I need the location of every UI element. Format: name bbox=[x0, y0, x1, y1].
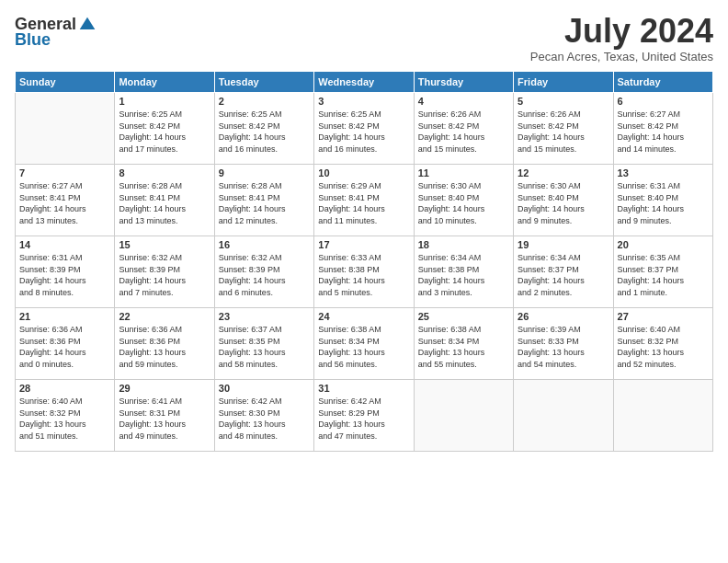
day-number: 25 bbox=[418, 311, 509, 322]
day-info: Sunrise: 6:34 AMSunset: 8:37 PMDaylight:… bbox=[518, 252, 609, 298]
day-number: 18 bbox=[418, 239, 509, 250]
table-row: 27Sunrise: 6:40 AMSunset: 8:32 PMDayligh… bbox=[613, 308, 712, 380]
col-monday: Monday bbox=[115, 72, 214, 93]
month-title: July 2024 bbox=[530, 15, 713, 48]
table-row: 31Sunrise: 6:42 AMSunset: 8:29 PMDayligh… bbox=[314, 380, 414, 452]
table-row: 5Sunrise: 6:26 AMSunset: 8:42 PMDaylight… bbox=[514, 93, 613, 165]
col-sunday: Sunday bbox=[16, 72, 115, 93]
day-info: Sunrise: 6:27 AMSunset: 8:42 PMDaylight:… bbox=[618, 109, 709, 155]
day-info: Sunrise: 6:38 AMSunset: 8:34 PMDaylight:… bbox=[418, 324, 509, 370]
day-number: 27 bbox=[618, 311, 709, 322]
day-number: 6 bbox=[618, 96, 709, 107]
day-info: Sunrise: 6:36 AMSunset: 8:36 PMDaylight:… bbox=[119, 324, 210, 370]
calendar-week-row: 21Sunrise: 6:36 AMSunset: 8:36 PMDayligh… bbox=[16, 308, 713, 380]
col-tuesday: Tuesday bbox=[214, 72, 313, 93]
col-thursday: Thursday bbox=[414, 72, 513, 93]
day-info: Sunrise: 6:26 AMSunset: 8:42 PMDaylight:… bbox=[518, 109, 609, 155]
table-row: 4Sunrise: 6:26 AMSunset: 8:42 PMDaylight… bbox=[414, 93, 513, 165]
table-row: 3Sunrise: 6:25 AMSunset: 8:42 PMDaylight… bbox=[314, 93, 414, 165]
table-row: 2Sunrise: 6:25 AMSunset: 8:42 PMDaylight… bbox=[214, 93, 313, 165]
calendar-week-row: 1Sunrise: 6:25 AMSunset: 8:42 PMDaylight… bbox=[16, 93, 713, 165]
day-info: Sunrise: 6:35 AMSunset: 8:37 PMDaylight:… bbox=[618, 252, 709, 298]
day-info: Sunrise: 6:32 AMSunset: 8:39 PMDaylight:… bbox=[219, 252, 310, 298]
table-row: 24Sunrise: 6:38 AMSunset: 8:34 PMDayligh… bbox=[314, 308, 414, 380]
day-info: Sunrise: 6:32 AMSunset: 8:39 PMDaylight:… bbox=[119, 252, 210, 298]
day-number: 17 bbox=[318, 239, 409, 250]
logo-icon bbox=[78, 16, 97, 34]
day-number: 24 bbox=[318, 311, 409, 322]
day-number: 8 bbox=[119, 167, 210, 178]
day-number: 2 bbox=[219, 96, 310, 107]
day-number: 14 bbox=[19, 239, 110, 250]
day-info: Sunrise: 6:26 AMSunset: 8:42 PMDaylight:… bbox=[418, 109, 509, 155]
table-row: 6Sunrise: 6:27 AMSunset: 8:42 PMDaylight… bbox=[613, 93, 712, 165]
table-row bbox=[414, 380, 513, 452]
day-number: 26 bbox=[518, 311, 609, 322]
table-row: 14Sunrise: 6:31 AMSunset: 8:39 PMDayligh… bbox=[16, 236, 115, 308]
day-number: 7 bbox=[19, 167, 110, 178]
table-row: 21Sunrise: 6:36 AMSunset: 8:36 PMDayligh… bbox=[16, 308, 115, 380]
calendar-week-row: 28Sunrise: 6:40 AMSunset: 8:32 PMDayligh… bbox=[16, 380, 713, 452]
day-info: Sunrise: 6:25 AMSunset: 8:42 PMDaylight:… bbox=[219, 109, 310, 155]
day-info: Sunrise: 6:31 AMSunset: 8:39 PMDaylight:… bbox=[19, 252, 110, 298]
day-info: Sunrise: 6:37 AMSunset: 8:35 PMDaylight:… bbox=[219, 324, 310, 370]
logo: General Blue bbox=[15, 15, 97, 50]
calendar-week-row: 7Sunrise: 6:27 AMSunset: 8:41 PMDaylight… bbox=[16, 165, 713, 236]
day-number: 22 bbox=[119, 311, 210, 322]
day-info: Sunrise: 6:34 AMSunset: 8:38 PMDaylight:… bbox=[418, 252, 509, 298]
day-number: 9 bbox=[219, 167, 310, 178]
day-info: Sunrise: 6:41 AMSunset: 8:31 PMDaylight:… bbox=[119, 396, 210, 442]
table-row: 22Sunrise: 6:36 AMSunset: 8:36 PMDayligh… bbox=[115, 308, 214, 380]
table-row: 11Sunrise: 6:30 AMSunset: 8:40 PMDayligh… bbox=[414, 165, 513, 236]
table-row: 18Sunrise: 6:34 AMSunset: 8:38 PMDayligh… bbox=[414, 236, 513, 308]
table-row: 12Sunrise: 6:30 AMSunset: 8:40 PMDayligh… bbox=[514, 165, 613, 236]
day-info: Sunrise: 6:30 AMSunset: 8:40 PMDaylight:… bbox=[518, 180, 609, 226]
day-info: Sunrise: 6:42 AMSunset: 8:29 PMDaylight:… bbox=[318, 396, 409, 442]
table-row: 10Sunrise: 6:29 AMSunset: 8:41 PMDayligh… bbox=[314, 165, 414, 236]
day-info: Sunrise: 6:33 AMSunset: 8:38 PMDaylight:… bbox=[318, 252, 409, 298]
day-number: 13 bbox=[618, 167, 709, 178]
day-info: Sunrise: 6:25 AMSunset: 8:42 PMDaylight:… bbox=[318, 109, 409, 155]
day-info: Sunrise: 6:40 AMSunset: 8:32 PMDaylight:… bbox=[618, 324, 709, 370]
day-number: 19 bbox=[518, 239, 609, 250]
day-info: Sunrise: 6:30 AMSunset: 8:40 PMDaylight:… bbox=[418, 180, 509, 226]
table-row: 26Sunrise: 6:39 AMSunset: 8:33 PMDayligh… bbox=[514, 308, 613, 380]
day-info: Sunrise: 6:25 AMSunset: 8:42 PMDaylight:… bbox=[119, 109, 210, 155]
table-row: 25Sunrise: 6:38 AMSunset: 8:34 PMDayligh… bbox=[414, 308, 513, 380]
calendar-header-row: Sunday Monday Tuesday Wednesday Thursday… bbox=[16, 72, 713, 93]
table-row: 13Sunrise: 6:31 AMSunset: 8:40 PMDayligh… bbox=[613, 165, 712, 236]
day-info: Sunrise: 6:40 AMSunset: 8:32 PMDaylight:… bbox=[19, 396, 110, 442]
table-row bbox=[613, 380, 712, 452]
day-info: Sunrise: 6:29 AMSunset: 8:41 PMDaylight:… bbox=[318, 180, 409, 226]
col-wednesday: Wednesday bbox=[314, 72, 414, 93]
table-row: 23Sunrise: 6:37 AMSunset: 8:35 PMDayligh… bbox=[214, 308, 313, 380]
day-info: Sunrise: 6:28 AMSunset: 8:41 PMDaylight:… bbox=[219, 180, 310, 226]
table-row: 28Sunrise: 6:40 AMSunset: 8:32 PMDayligh… bbox=[16, 380, 115, 452]
location: Pecan Acres, Texas, United States bbox=[530, 50, 713, 63]
day-number: 16 bbox=[219, 239, 310, 250]
table-row: 15Sunrise: 6:32 AMSunset: 8:39 PMDayligh… bbox=[115, 236, 214, 308]
table-row bbox=[16, 93, 115, 165]
table-row: 20Sunrise: 6:35 AMSunset: 8:37 PMDayligh… bbox=[613, 236, 712, 308]
day-number: 31 bbox=[318, 383, 409, 394]
logo-blue-text: Blue bbox=[15, 30, 51, 50]
day-info: Sunrise: 6:42 AMSunset: 8:30 PMDaylight:… bbox=[219, 396, 310, 442]
table-row: 7Sunrise: 6:27 AMSunset: 8:41 PMDaylight… bbox=[16, 165, 115, 236]
svg-marker-0 bbox=[80, 17, 96, 29]
title-block: July 2024 Pecan Acres, Texas, United Sta… bbox=[530, 15, 713, 63]
day-number: 4 bbox=[418, 96, 509, 107]
table-row: 30Sunrise: 6:42 AMSunset: 8:30 PMDayligh… bbox=[214, 380, 313, 452]
day-number: 29 bbox=[119, 383, 210, 394]
day-number: 5 bbox=[518, 96, 609, 107]
day-number: 10 bbox=[318, 167, 409, 178]
day-info: Sunrise: 6:31 AMSunset: 8:40 PMDaylight:… bbox=[618, 180, 709, 226]
day-info: Sunrise: 6:27 AMSunset: 8:41 PMDaylight:… bbox=[19, 180, 110, 226]
day-number: 15 bbox=[119, 239, 210, 250]
day-number: 3 bbox=[318, 96, 409, 107]
day-info: Sunrise: 6:36 AMSunset: 8:36 PMDaylight:… bbox=[19, 324, 110, 370]
day-info: Sunrise: 6:39 AMSunset: 8:33 PMDaylight:… bbox=[518, 324, 609, 370]
table-row: 9Sunrise: 6:28 AMSunset: 8:41 PMDaylight… bbox=[214, 165, 313, 236]
day-number: 23 bbox=[219, 311, 310, 322]
table-row: 16Sunrise: 6:32 AMSunset: 8:39 PMDayligh… bbox=[214, 236, 313, 308]
table-row: 17Sunrise: 6:33 AMSunset: 8:38 PMDayligh… bbox=[314, 236, 414, 308]
